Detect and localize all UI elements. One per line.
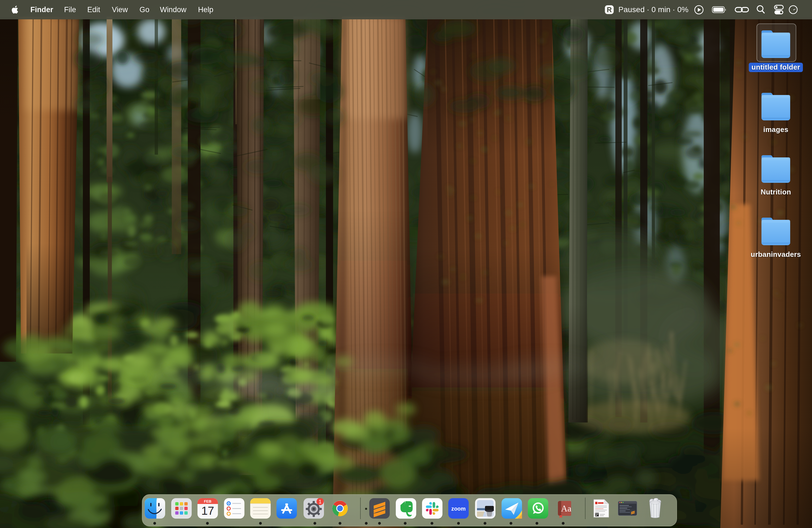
svg-text:17: 17 (201, 504, 214, 517)
svg-text:FEB: FEB (204, 499, 212, 503)
svg-text:zoom: zoom (451, 505, 466, 512)
svg-text:Aa: Aa (561, 503, 571, 513)
svg-text:1: 1 (319, 499, 321, 504)
